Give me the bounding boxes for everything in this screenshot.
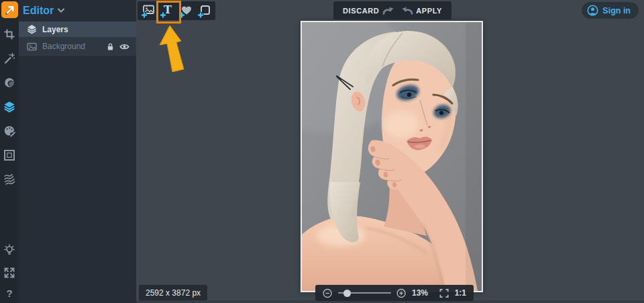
panel-header: Editor [19, 0, 136, 21]
zoom-bar: 13% 1:1 [315, 285, 474, 301]
adjust-tool[interactable] [0, 50, 19, 67]
user-account-icon [587, 5, 598, 16]
layer-row-background[interactable]: Background [19, 37, 136, 56]
add-text-icon: T [160, 3, 175, 19]
layers-tool[interactable] [0, 99, 19, 115]
add-frame-button[interactable] [195, 1, 214, 20]
layers-stack-icon [27, 24, 37, 34]
sign-in-label: Sign in [602, 6, 631, 15]
sign-in-button[interactable]: Sign in [582, 2, 639, 19]
add-sticker-button[interactable] [176, 1, 195, 20]
lock-icon[interactable] [107, 42, 114, 51]
actual-size-button[interactable]: 1:1 [455, 288, 466, 298]
zoom-out-icon[interactable] [323, 288, 332, 298]
apply-button[interactable]: APPLY [416, 7, 442, 15]
history-controls [382, 6, 414, 15]
lightbulb-icon [3, 244, 15, 256]
effects-tool[interactable] [0, 123, 19, 139]
expand-arrows-icon [4, 267, 15, 278]
undo-icon[interactable] [382, 6, 394, 15]
magic-wand-icon [3, 52, 15, 64]
fit-screen-icon[interactable] [439, 288, 449, 298]
layer-thumbnail-icon [27, 42, 37, 51]
add-frame-icon [197, 3, 213, 19]
texture-icon [3, 173, 15, 185]
zoom-slider[interactable] [338, 292, 391, 294]
pointer-arrow-icon [158, 25, 189, 73]
redo-icon[interactable] [401, 6, 414, 15]
editor-title: Editor [23, 5, 54, 17]
layer-label: Background [42, 42, 101, 51]
tool-rail: ? [0, 0, 19, 303]
image-size-badge: 2592 x 3872 px [139, 285, 207, 300]
canvas-image[interactable] [301, 21, 483, 292]
crop-tool[interactable] [0, 26, 19, 42]
palette-icon [3, 125, 15, 137]
image-size-text: 2592 x 3872 px [146, 288, 201, 298]
help-button[interactable]: ? [6, 288, 12, 299]
texture-tool[interactable] [0, 171, 19, 187]
zoom-slider-knob[interactable] [343, 290, 351, 297]
zoom-in-icon[interactable] [396, 288, 406, 298]
fullscreen-button[interactable] [0, 265, 19, 281]
beauty-tool[interactable] [0, 75, 19, 91]
add-text-button[interactable]: T [158, 1, 176, 20]
crop-icon [3, 28, 15, 40]
zoom-percent-label[interactable]: 13% [412, 288, 428, 298]
discard-button[interactable]: DISCARD [343, 7, 379, 15]
picture-frame-icon [3, 149, 15, 161]
beauty-face-icon [3, 77, 15, 89]
chevron-down-icon[interactable] [57, 8, 65, 13]
logo-arrow-icon [4, 4, 15, 15]
add-sticker-heart-icon [178, 3, 194, 19]
layers-header-row[interactable]: Layers [19, 21, 136, 37]
app-logo[interactable] [1, 1, 18, 18]
layer-controls [107, 42, 129, 51]
layers-icon [3, 101, 15, 113]
layers-header-label: Layers [42, 25, 68, 34]
eye-visibility-icon[interactable] [119, 43, 129, 50]
portrait-photo [302, 22, 482, 291]
tips-button[interactable] [0, 242, 19, 258]
layers-panel: Editor Layers Background [19, 0, 136, 303]
action-bar: DISCARD APPLY [333, 1, 451, 19]
add-image-icon [141, 3, 156, 19]
frame-tool[interactable] [0, 147, 19, 163]
editor-app: ? Editor Layers Background [0, 0, 644, 303]
add-image-button[interactable] [139, 1, 158, 20]
add-object-toolbar: T [138, 1, 215, 20]
